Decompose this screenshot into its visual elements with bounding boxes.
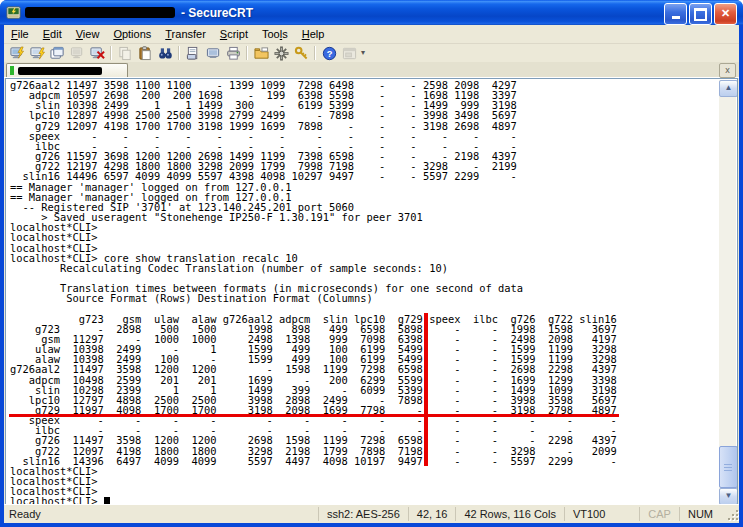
toolbar-separator bbox=[110, 46, 112, 60]
menu-view[interactable]: View bbox=[69, 26, 107, 42]
connect-icon[interactable] bbox=[27, 45, 47, 62]
app-icon bbox=[6, 6, 21, 20]
toolbar-separator bbox=[178, 46, 180, 60]
app-window-icon-disabled[interactable] bbox=[339, 45, 359, 62]
status-cursor-position: 42, 16 bbox=[408, 507, 456, 521]
toolbar: ? ▾ bbox=[4, 44, 739, 62]
annotation-red-vertical-line bbox=[424, 313, 428, 466]
menu-options[interactable]: Options bbox=[106, 26, 158, 42]
menu-edit[interactable]: Edit bbox=[36, 26, 69, 42]
status-ready: Ready bbox=[4, 507, 318, 521]
window-title: - SecureCRT bbox=[181, 6, 253, 20]
tab-connected-indicator bbox=[10, 66, 14, 75]
copy-icon-disabled[interactable] bbox=[115, 45, 135, 62]
terminal-text: g726aal2 11497 3598 1100 1100 - 1399 109… bbox=[10, 79, 617, 507]
scrollbar-up-arrow-icon[interactable]: ▲ bbox=[719, 80, 738, 97]
tab-bar: x bbox=[4, 62, 739, 78]
tabbar-close-icon[interactable]: x bbox=[719, 63, 736, 78]
disconnect-icon[interactable] bbox=[87, 45, 107, 62]
quick-connect-icon[interactable] bbox=[7, 45, 27, 62]
svg-text:?: ? bbox=[326, 48, 332, 58]
status-bar: Ready ssh2: AES-256 42, 16 42 Rows, 116 … bbox=[4, 504, 739, 523]
status-terminal-size: 42 Rows, 116 Cols bbox=[455, 507, 564, 521]
toolbar-separator bbox=[314, 46, 316, 60]
status-cipher: ssh2: AES-256 bbox=[318, 507, 408, 521]
print-preview-icon[interactable] bbox=[183, 45, 203, 62]
menu-script[interactable]: Script bbox=[213, 26, 255, 42]
minimize-button[interactable] bbox=[664, 3, 687, 25]
menu-file[interactable]: File bbox=[4, 26, 36, 42]
maximize-button[interactable] bbox=[689, 3, 712, 25]
find-icon[interactable] bbox=[155, 45, 175, 62]
scrollbar-thumb[interactable] bbox=[719, 446, 738, 488]
status-emulation: VT100 bbox=[564, 507, 613, 521]
app-body: File Edit View Options Transfer Script T… bbox=[4, 25, 739, 523]
menu-help[interactable]: Help bbox=[295, 26, 332, 42]
terminal-area[interactable]: g726aal2 11497 3598 1100 1100 - 1399 109… bbox=[5, 78, 738, 507]
menu-transfer[interactable]: Transfer bbox=[158, 26, 213, 42]
annotation-red-horizontal-line bbox=[9, 414, 619, 417]
print-setup-icon[interactable] bbox=[203, 45, 223, 62]
menu-bar: File Edit View Options Transfer Script T… bbox=[4, 25, 739, 44]
print-icon[interactable] bbox=[223, 45, 243, 62]
reconnect-icon-disabled[interactable] bbox=[67, 45, 87, 62]
title-bar[interactable]: - SecureCRT ✕ bbox=[0, 0, 743, 25]
session-options-icon[interactable] bbox=[251, 45, 271, 62]
help-icon[interactable]: ? bbox=[319, 45, 339, 62]
toolbar-separator bbox=[246, 46, 248, 60]
resize-grip[interactable] bbox=[725, 507, 739, 521]
key-icon[interactable] bbox=[291, 45, 311, 62]
toolbar-overflow-chevron[interactable]: ▾ bbox=[361, 50, 365, 56]
title-host-redacted bbox=[25, 7, 175, 18]
menu-tools[interactable]: Tools bbox=[255, 26, 295, 42]
securecrt-window: - SecureCRT ✕ File Edit View Options Tra… bbox=[0, 0, 743, 527]
tab-label-redacted bbox=[18, 67, 102, 75]
connect-in-tab-icon[interactable] bbox=[47, 45, 67, 62]
close-button[interactable]: ✕ bbox=[714, 3, 737, 25]
global-options-icon[interactable] bbox=[271, 45, 291, 62]
status-num-lock: NUM bbox=[679, 507, 721, 521]
status-caps-lock: CAP bbox=[639, 507, 679, 521]
session-tab[interactable] bbox=[6, 63, 128, 77]
vertical-scrollbar[interactable]: ▲ ▼ bbox=[719, 80, 736, 505]
terminal-output[interactable]: g726aal2 11497 3598 1100 1100 - 1399 109… bbox=[6, 79, 719, 506]
scrollbar-down-arrow-icon[interactable]: ▼ bbox=[719, 488, 738, 505]
paste-icon[interactable] bbox=[135, 45, 155, 62]
